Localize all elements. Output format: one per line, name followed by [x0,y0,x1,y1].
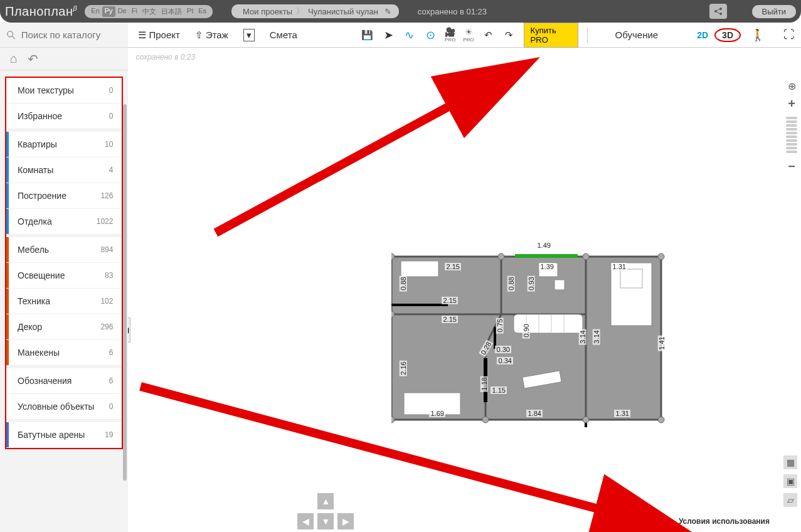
estimate-menu[interactable]: Смета [266,27,301,43]
undo-button[interactable]: ↶ [482,28,495,43]
floor-menu[interactable]: ⇧ Этаж [191,27,232,43]
walk-mode-icon[interactable]: 🚶 [751,28,765,42]
learning-tab[interactable]: Обучение [609,27,665,43]
catalog-item-label: Квартиры [18,139,57,149]
pan-left-button[interactable]: ◀ [297,513,314,529]
catalog-item[interactable]: Обозначения6 [6,368,122,394]
zoom-in-button[interactable]: + [785,97,798,110]
category-stripe [6,183,9,208]
catalog-item-count: 19 [105,430,113,439]
breadcrumb-root[interactable]: Мои проекты [239,7,296,16]
catalog-item[interactable]: Манекены6 [6,340,122,366]
sidebar-collapse-handle[interactable]: ◀ [128,317,130,343]
project-menu[interactable]: ☰ Проект [134,27,183,43]
search-input[interactable] [21,29,122,40]
magnet-tool[interactable]: ⊙ [424,28,437,43]
catalog-item[interactable]: Квартиры10 [6,132,122,157]
view-3d-tab[interactable]: 3D [714,28,741,42]
grid-icon: ▦ [787,457,795,467]
lang-option-De[interactable]: De [115,6,129,17]
crosshair-icon: ⊕ [788,80,796,92]
lang-option-En[interactable]: En [88,6,102,17]
catalog-item[interactable]: Техника102 [6,289,122,314]
pan-down-button[interactable]: ▼ [317,513,334,529]
lang-option-中文[interactable]: 中文 [140,6,159,17]
catalog-item[interactable]: Мои текстуры0 [6,78,122,104]
app-logo: Планопланβ [5,4,77,19]
camera-pro-tool[interactable]: 🎥 PRO [445,28,455,43]
catalog-item[interactable]: Комнаты4 [6,157,122,183]
catalog-item-count: 4 [109,166,114,174]
landscape-icon: ▱ [787,495,794,505]
category-stripe [6,289,9,314]
dim-label: 0.88 [400,275,407,291]
catalog-item-count: 6 [109,348,114,357]
pencil-icon[interactable]: ✎ [385,7,391,16]
catalog-item-label: Условные объекты [18,402,95,412]
svg-point-40 [583,417,589,423]
undo-icon[interactable]: ↶ [28,51,38,66]
pointer-tool[interactable]: ➤ [382,28,395,43]
sidebar: ⌂ ↶ Мои текстуры0Избранное0Квартиры10Ком… [0,23,128,532]
buy-pro-button[interactable]: Купить PRO [524,23,578,48]
light-pro-tool[interactable]: ☀ PRO [463,28,474,43]
exit-button[interactable]: Выйти [752,5,797,18]
zoom-slider[interactable] [786,117,797,153]
view-mode-tabs: 2D 3D 🚶 ⛶ [697,28,795,42]
svg-point-5 [8,31,13,36]
center-view-button[interactable]: ⊕ [785,79,798,93]
curve-tool[interactable]: ∿ [403,28,416,43]
svg-point-2 [719,13,722,15]
catalog-item-count: 6 [109,376,114,385]
dim-label: 1.15 [491,386,506,394]
lang-option-Fi[interactable]: Fi [129,6,140,17]
catalog-item[interactable]: Батутные арены19 [6,422,122,448]
save-button[interactable]: 💾 [361,28,374,43]
lang-option-Pt[interactable]: Pt [184,6,196,17]
top-header: Планопланβ EnРуDeFi中文日本語PtEs Мои проекты… [0,0,801,23]
svg-rect-21 [515,254,578,258]
fullscreen-icon[interactable]: ⛶ [783,28,795,41]
catalog-item-label: Батутные арены [18,430,85,440]
dim-label: 2.15 [442,297,457,304]
catalog-item[interactable]: Построение126 [6,183,122,209]
catalog-item-count: 0 [109,402,114,411]
catalog-item[interactable]: Условные объекты0 [6,394,122,420]
home-icon[interactable]: ⌂ [10,51,18,66]
pan-right-button[interactable]: ▶ [337,513,354,529]
lang-option-Es[interactable]: Es [196,6,209,17]
canvas-area[interactable]: сохранено в 0:23 ◀ [128,48,801,532]
catalog-item[interactable]: Освещение83 [6,263,122,289]
grid-toggle-button[interactable]: ▦ [783,455,797,469]
catalog-item[interactable]: Мебель894 [6,237,122,263]
zoom-out-button[interactable]: − [785,159,798,173]
share-button[interactable] [709,4,727,19]
svg-line-3 [716,9,719,11]
redo-button[interactable]: ↷ [502,28,516,43]
floorplan[interactable]: 1.49 2.15 1.39 1.31 0.88 0.88 0.93 2.15 … [391,252,667,427]
dim-label: 3.14 [593,329,600,344]
catalog-item-label: Мои текстуры [18,85,74,95]
catalog-item[interactable]: Отделка1022 [6,209,122,235]
catalog-item-label: Обозначения [18,376,72,386]
catalog-item[interactable]: Избранное0 [6,104,122,129]
dim-label: 0.34 [497,357,512,364]
catalog-item[interactable]: Декор296 [6,314,122,340]
filter-button[interactable]: ▾ [240,26,258,44]
lang-option-Ру[interactable]: Ру [102,6,115,17]
plus-icon: + [788,97,795,111]
terms-link[interactable]: Условия использования [679,517,770,526]
pan-up-button[interactable]: ▲ [317,493,334,509]
view-2d-tab[interactable]: 2D [697,30,708,40]
landscape-toggle-button[interactable]: ▱ [783,493,797,507]
catalog-item-count: 126 [100,191,113,200]
catalog-item-count: 0 [109,112,114,120]
sidebar-scrollbar[interactable] [123,104,127,481]
dim-label: 1.84 [526,410,542,417]
lang-option-日本語[interactable]: 日本語 [159,6,184,17]
dim-label: 0.30 [495,346,511,353]
dim-label: 0.90 [523,322,530,338]
image-toggle-button[interactable]: ▣ [783,474,797,488]
breadcrumb-project[interactable]: Чуланистый чулан [304,7,382,16]
breadcrumb[interactable]: Мои проекты 〉 Чуланистый чулан ✎ [231,4,399,18]
